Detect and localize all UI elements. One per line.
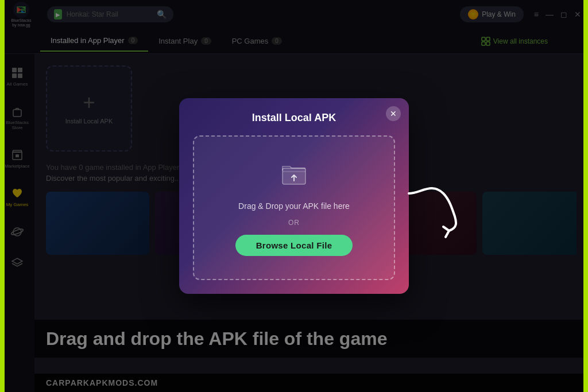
arrow-decoration bbox=[403, 176, 472, 245]
browse-local-file-button[interactable]: Browse Local File bbox=[235, 235, 353, 256]
modal-overlay: ✕ Install Local APK Drag & Drop your APK… bbox=[0, 0, 588, 392]
or-text: OR bbox=[288, 219, 300, 227]
modal-close-button[interactable]: ✕ bbox=[386, 106, 401, 121]
drop-zone[interactable]: Drag & Drop your APK file here OR Browse… bbox=[193, 135, 395, 280]
modal-wrapper: ✕ Install Local APK Drag & Drop your APK… bbox=[179, 98, 409, 294]
install-apk-modal: ✕ Install Local APK Drag & Drop your APK… bbox=[179, 98, 409, 294]
modal-title: Install Local APK bbox=[193, 112, 395, 124]
right-border bbox=[583, 0, 588, 392]
left-border bbox=[0, 0, 5, 392]
drop-text: Drag & Drop your APK file here bbox=[238, 201, 350, 211]
folder-upload-icon bbox=[280, 160, 308, 193]
app-container: BlueStacks by now.gg ▶ 🔍 Play & Win ≡ — … bbox=[0, 0, 588, 392]
